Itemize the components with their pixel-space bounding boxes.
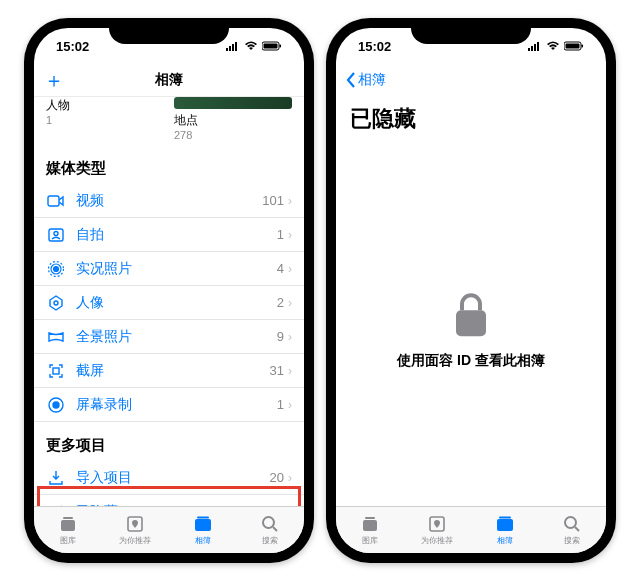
nav-title: 相簿 [34, 71, 304, 89]
svg-rect-6 [280, 45, 282, 48]
search-icon [562, 514, 582, 534]
tab-label: 搜索 [262, 535, 278, 546]
album-tiles-row: 人物 1 地点 278 [34, 97, 304, 145]
svg-point-10 [54, 266, 59, 271]
svg-rect-37 [363, 520, 377, 531]
svg-rect-40 [497, 519, 513, 531]
add-button[interactable]: ＋ [44, 67, 64, 94]
row-label: 视频 [76, 192, 262, 210]
status-indicators [528, 41, 584, 51]
svg-rect-41 [499, 517, 511, 519]
tab-foryou[interactable]: 为你推荐 [404, 507, 472, 553]
row-label: 全景照片 [76, 328, 277, 346]
tab-bar: 图库 为你推荐 相簿 搜索 [336, 506, 606, 553]
notch [411, 18, 531, 44]
row-pano[interactable]: 全景照片 9 › [34, 320, 304, 354]
row-label: 截屏 [76, 362, 270, 380]
svg-rect-26 [197, 517, 209, 519]
tile-label: 人物 [46, 97, 164, 114]
tab-label: 相簿 [195, 535, 211, 546]
tab-albums[interactable]: 相簿 [169, 507, 237, 553]
wifi-icon [244, 41, 258, 51]
row-count: 31 [270, 363, 284, 378]
row-label: 已隐藏 [76, 503, 273, 507]
row-count: 1 [277, 227, 284, 242]
row-selfie[interactable]: 自拍 1 › [34, 218, 304, 252]
status-indicators [226, 41, 282, 51]
library-icon [58, 514, 78, 534]
svg-rect-23 [63, 517, 73, 519]
svg-rect-32 [537, 42, 539, 51]
row-live[interactable]: 实况照片 4 › [34, 252, 304, 286]
tile-label: 地点 [174, 112, 292, 129]
tile-count: 1 [46, 114, 164, 126]
svg-rect-31 [534, 44, 536, 51]
tab-library[interactable]: 图库 [34, 507, 102, 553]
row-recording[interactable]: 屏幕录制 1 › [34, 388, 304, 422]
tab-label: 为你推荐 [119, 535, 151, 546]
row-screenshot[interactable]: 截屏 31 › [34, 354, 304, 388]
tile-places[interactable]: 地点 278 [174, 97, 292, 141]
row-count: 1 [277, 397, 284, 412]
chevron-left-icon [346, 72, 356, 88]
nav-bar: 相簿 [336, 64, 606, 96]
chevron-right-icon: › [288, 296, 292, 310]
svg-rect-36 [456, 310, 486, 336]
svg-rect-38 [365, 517, 375, 519]
tab-bar: 图库 为你推荐 相簿 搜索 [34, 506, 304, 553]
phone-right: 15:02 相簿 已隐藏 使用面容 ID 查看此相簿 [326, 18, 616, 563]
library-icon [360, 514, 380, 534]
eye-slash-icon [46, 502, 66, 507]
svg-rect-35 [582, 45, 584, 48]
chevron-right-icon: › [288, 364, 292, 378]
svg-rect-2 [232, 44, 234, 51]
tile-count: 278 [174, 129, 292, 141]
svg-rect-5 [264, 44, 278, 49]
row-video[interactable]: 视频 101 › [34, 184, 304, 218]
chevron-right-icon: › [288, 398, 292, 412]
section-header-more: 更多项目 [34, 422, 304, 461]
chevron-right-icon: › [288, 262, 292, 276]
foryou-icon [427, 514, 447, 534]
chevron-right-icon: › [288, 505, 292, 507]
video-icon [46, 191, 66, 211]
section-header-media: 媒体类型 [34, 145, 304, 184]
chevron-right-icon: › [288, 471, 292, 485]
back-label: 相簿 [358, 71, 386, 89]
tile-people[interactable]: 人物 1 [46, 97, 164, 141]
signal-icon [226, 41, 240, 51]
tab-foryou[interactable]: 为你推荐 [102, 507, 170, 553]
svg-rect-29 [528, 48, 530, 51]
row-portrait[interactable]: 人像 2 › [34, 286, 304, 320]
row-hidden[interactable]: 已隐藏 › [34, 495, 304, 506]
battery-icon [262, 41, 282, 51]
svg-point-27 [263, 517, 274, 528]
svg-rect-25 [195, 519, 211, 531]
content-area[interactable]: 人物 1 地点 278 媒体类型 视频 101 › [34, 97, 304, 506]
portrait-icon [46, 293, 66, 313]
locked-panel: 使用面容 ID 查看此相簿 [336, 292, 606, 370]
svg-rect-15 [53, 368, 59, 374]
svg-line-43 [575, 527, 579, 531]
tab-label: 图库 [60, 535, 76, 546]
chevron-right-icon: › [288, 330, 292, 344]
tab-label: 图库 [362, 535, 378, 546]
svg-rect-7 [48, 196, 59, 206]
row-label: 屏幕录制 [76, 396, 277, 414]
selfie-icon [46, 225, 66, 245]
row-import[interactable]: 导入项目 20 › [34, 461, 304, 495]
screen-right: 15:02 相簿 已隐藏 使用面容 ID 查看此相簿 [336, 28, 606, 553]
tab-search[interactable]: 搜索 [237, 507, 305, 553]
signal-icon [528, 41, 542, 51]
row-label: 人像 [76, 294, 277, 312]
lock-icon [452, 292, 490, 338]
live-photo-icon [46, 259, 66, 279]
tab-albums[interactable]: 相簿 [471, 507, 539, 553]
row-label: 实况照片 [76, 260, 277, 278]
panorama-icon [46, 327, 66, 347]
tile-thumb [174, 97, 292, 109]
tab-library[interactable]: 图库 [336, 507, 404, 553]
back-button[interactable]: 相簿 [346, 71, 386, 89]
tab-search[interactable]: 搜索 [539, 507, 607, 553]
screen-recording-icon [46, 395, 66, 415]
